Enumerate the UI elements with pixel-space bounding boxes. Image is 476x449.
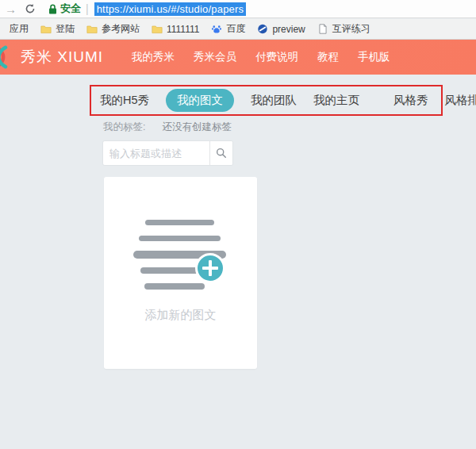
omnibox-separator: | bbox=[86, 2, 89, 15]
search-input[interactable] bbox=[103, 141, 209, 165]
bookmark-preview[interactable]: preview bbox=[254, 22, 308, 36]
tags-empty-message: 还没有创建标签 bbox=[162, 121, 232, 134]
doc-line bbox=[140, 267, 202, 274]
bookmark-label: 互评练习 bbox=[332, 22, 370, 36]
bookmark-label: 1111111 bbox=[167, 24, 199, 35]
security-indicator[interactable]: 安全 bbox=[48, 2, 81, 16]
folder-icon bbox=[40, 24, 52, 34]
bookmark-folder-login[interactable]: 登陆 bbox=[37, 21, 78, 37]
nav-my-xiumi[interactable]: 我的秀米 bbox=[132, 50, 175, 64]
tab-my-home[interactable]: 我的主页 bbox=[313, 93, 359, 108]
add-plus-icon[interactable] bbox=[195, 253, 225, 283]
nav-tutorial[interactable]: 教程 bbox=[317, 50, 339, 64]
xiumi-logo-icon bbox=[0, 44, 16, 70]
bookmark-apps[interactable]: 应用 bbox=[6, 21, 32, 37]
site-logo-text[interactable]: 秀米 XIUMI bbox=[21, 47, 103, 67]
search-box bbox=[103, 141, 232, 165]
forward-icon[interactable]: → bbox=[5, 3, 17, 15]
site-header: 秀米 XIUMI 我的秀米 秀米会员 付费说明 教程 手机版 bbox=[0, 40, 476, 75]
bookmark-label: 参考网站 bbox=[102, 22, 140, 36]
tab-my-posts[interactable]: 我的图文 bbox=[166, 89, 234, 112]
preview-icon bbox=[257, 24, 268, 34]
doc-line bbox=[139, 236, 221, 241]
browser-toolbar: → 安全 | https://xiumi.us/#/studio/papers bbox=[0, 0, 476, 18]
lock-icon bbox=[48, 4, 57, 14]
doc-line bbox=[145, 220, 214, 225]
plus-vertical-bar bbox=[209, 260, 212, 276]
document-lines-icon bbox=[104, 177, 257, 369]
address-bar-url[interactable]: https://xiumi.us/#/studio/papers bbox=[94, 2, 247, 16]
bookmarks-bar: 应用 登陆 参考网站 1111111 百度 pre bbox=[0, 19, 476, 40]
page-icon bbox=[317, 24, 328, 34]
tags-label: 我的标签: bbox=[103, 121, 145, 134]
search-icon bbox=[216, 148, 227, 159]
bookmark-baidu[interactable]: 百度 bbox=[208, 21, 248, 37]
bookmark-folder-1111111[interactable]: 1111111 bbox=[148, 22, 202, 36]
bookmark-label: 登陆 bbox=[56, 22, 75, 36]
nav-mobile[interactable]: 手机版 bbox=[358, 50, 390, 64]
tab-my-h5[interactable]: 我的H5秀 bbox=[100, 93, 149, 108]
folder-icon bbox=[86, 24, 98, 34]
site-nav: 我的秀米 秀米会员 付费说明 教程 手机版 bbox=[132, 50, 390, 64]
baidu-icon bbox=[211, 24, 222, 34]
bookmark-practice[interactable]: 互评练习 bbox=[314, 21, 374, 37]
doc-line bbox=[144, 283, 205, 290]
tab-my-team[interactable]: 我的团队 bbox=[251, 93, 297, 108]
nav-membership[interactable]: 秀米会员 bbox=[194, 50, 236, 64]
tab-style-layout[interactable]: 风格排版 bbox=[445, 93, 476, 108]
bookmark-folder-reference[interactable]: 参考网站 bbox=[83, 21, 143, 37]
nav-pricing[interactable]: 付费说明 bbox=[255, 50, 298, 64]
bookmark-label: 百度 bbox=[226, 22, 245, 36]
add-card-label: 添加新的图文 bbox=[104, 308, 257, 323]
reload-icon[interactable] bbox=[25, 3, 36, 14]
bookmark-label: preview bbox=[272, 24, 305, 35]
tags-row: 我的标签: 还没有创建标签 bbox=[103, 121, 232, 134]
folder-icon bbox=[152, 24, 163, 34]
bookmark-apps-label: 应用 bbox=[10, 22, 29, 36]
tab-style-show[interactable]: 风格秀 bbox=[393, 93, 428, 108]
search-button[interactable] bbox=[209, 141, 232, 165]
tab-bar-annotation-box: 我的H5秀 我的图文 我的团队 我的主页 风格秀 风格排版 bbox=[90, 85, 443, 116]
security-label: 安全 bbox=[60, 2, 81, 16]
add-new-post-card[interactable]: 添加新的图文 bbox=[104, 177, 257, 369]
